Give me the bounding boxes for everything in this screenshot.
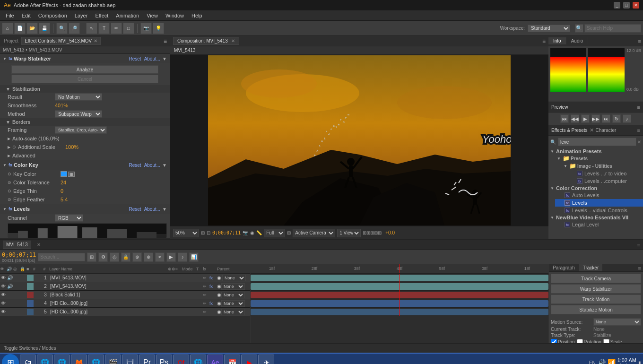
comp-tab-close[interactable]: ✕	[231, 38, 235, 43]
timeline-tab[interactable]: MVI_5413	[3, 241, 31, 249]
l1-fx[interactable]: fx	[209, 276, 217, 280]
l3-vis[interactable]: 👁	[0, 292, 7, 297]
tray-audio[interactable]: 🔊	[598, 359, 606, 364]
tab-close-icon[interactable]: ✕	[94, 38, 97, 43]
menu-animation[interactable]: Animation	[112, 12, 143, 19]
track-2[interactable]	[251, 282, 548, 291]
toggle-switches-bar[interactable]: Toggle Switches / Modes	[0, 343, 643, 353]
toggle-switches-label[interactable]: Toggle Switches / Modes	[4, 346, 56, 351]
tool-camera[interactable]: 📷	[140, 23, 152, 34]
layer-5[interactable]: 👁 5 [HD Clo...000.jpg] ✏ ◉ None	[0, 308, 250, 316]
prev-play-button[interactable]: ▶	[581, 114, 590, 123]
color-key-about[interactable]: About...	[144, 163, 160, 168]
l4-fx[interactable]: fx	[209, 301, 217, 306]
levels-header[interactable]: ▼ fx Levels Reset About... ▼	[0, 204, 170, 214]
menu-window[interactable]: Window	[162, 12, 188, 19]
audio-tab[interactable]: Audio	[566, 37, 589, 44]
timeline-timecode[interactable]: 0;00;07;11	[2, 251, 36, 258]
prev-forward-button[interactable]: ▶▶	[591, 114, 600, 123]
view-count-dropdown[interactable]: 1 View	[337, 229, 361, 237]
tool-text[interactable]: T	[98, 23, 110, 34]
taskbar-app1[interactable]: 🎬	[105, 355, 121, 364]
color-key-reset[interactable]: Reset	[129, 163, 141, 168]
timeline-search[interactable]	[38, 253, 85, 261]
tl-btn-solo[interactable]: ◎	[110, 252, 119, 262]
l2-audio[interactable]: 🔊	[7, 284, 13, 289]
levels-item[interactable]: fx Levels	[555, 199, 643, 207]
menu-layer[interactable]: Layer	[71, 12, 92, 19]
composition-viewport[interactable]: YoohoO! YoohoO!	[170, 55, 548, 226]
tool-search[interactable]: 🔍	[56, 23, 68, 34]
menu-help[interactable]: Help	[188, 12, 206, 19]
tl-btn-chart[interactable]: 📊	[189, 252, 199, 262]
prev-back-button[interactable]: ◀◀	[571, 114, 579, 123]
additional-scale-value[interactable]: 100%	[65, 144, 78, 150]
track-1[interactable]	[251, 274, 548, 282]
info-panel-menu[interactable]: ≡	[636, 38, 643, 44]
character-tab[interactable]: Character	[596, 128, 617, 133]
warp-stabilizer-reset[interactable]: Reset	[129, 56, 141, 61]
prev-audio-button[interactable]: ♪	[623, 114, 631, 123]
levels-reset[interactable]: Reset	[129, 207, 141, 212]
auto-levels-item[interactable]: fx Auto Levels	[555, 191, 643, 199]
tool-save[interactable]: 💾	[39, 23, 50, 34]
result-dropdown[interactable]: No Motion	[55, 93, 102, 101]
tool-light[interactable]: 💡	[153, 23, 164, 34]
minimize-button[interactable]: _	[614, 2, 620, 9]
track-3[interactable]	[251, 291, 548, 299]
camera-dropdown[interactable]: Active Camera	[293, 229, 335, 237]
timeline-tracks[interactable]: 18f 28f 38f 48f 58f 08f 18f	[251, 264, 548, 343]
comp-timecode[interactable]: 0;00;07;11	[212, 230, 241, 235]
menu-edit[interactable]: Edit	[18, 12, 35, 19]
anim-presets-expand[interactable]: ▼	[550, 149, 554, 154]
rotation-checkbox[interactable]	[577, 339, 583, 343]
levels-menu[interactable]: ▼	[162, 207, 167, 212]
effects-search-clear[interactable]: ✕	[637, 139, 641, 145]
maximize-button[interactable]: □	[623, 2, 630, 9]
tool-select[interactable]: ↖	[86, 23, 97, 34]
warp-stabilizer-menu[interactable]: ▼	[162, 56, 167, 61]
channel-dropdown[interactable]: RGB	[55, 214, 83, 222]
color-correction-group[interactable]: ▼ Color Correction	[548, 185, 643, 191]
project-tab[interactable]: Project	[1, 38, 21, 43]
layer-1[interactable]: 👁 🔊 1 [MVI_5413.MOV] ✏ fx ◉ None	[0, 274, 250, 282]
advanced-expand[interactable]: ▶	[8, 154, 10, 158]
tool-shape[interactable]: □	[123, 23, 134, 34]
warp-stabilizer-about[interactable]: About...	[144, 56, 160, 61]
method-dropdown[interactable]: Subspace Warp	[55, 110, 102, 118]
tl-btn-audio[interactable]: ♪	[178, 252, 187, 262]
l4-pen[interactable]: ✏	[203, 301, 209, 306]
scale-checkbox[interactable]	[603, 339, 609, 343]
taskbar-app2[interactable]: 🎞	[122, 355, 138, 364]
l4-vis[interactable]: 👁	[0, 301, 7, 306]
l1-pen[interactable]: ✏	[203, 276, 209, 280]
effects-menu[interactable]: ≡	[637, 128, 640, 133]
key-color-picker[interactable]: ▦	[68, 172, 75, 177]
timeline-tab-close[interactable]: ✕	[37, 242, 41, 247]
effect-controls-tab[interactable]: Effect Controls: MVI_5413.MOV ✕	[21, 37, 101, 45]
prev-first-button[interactable]: ⏮	[560, 114, 569, 123]
layer-2[interactable]: 👁 🔊 2 [MVI_5413.MOV] ✏ fx ◉ None	[0, 282, 250, 291]
tray-network[interactable]: 📶	[608, 359, 616, 364]
borders-header[interactable]: ▼ Borders	[0, 118, 170, 126]
effects-tree[interactable]: ▼ Animation Presets ▼ 📁 Presets ▼ 📁 Imag…	[548, 148, 643, 239]
l3-parent-select[interactable]: None	[221, 292, 245, 298]
tracker-tab[interactable]: Tracker	[579, 264, 603, 271]
l1-audio[interactable]: 🔊	[7, 275, 13, 280]
presets-folder[interactable]: ▼ 📁 Presets	[555, 155, 643, 162]
smoothness-value[interactable]: 401%	[55, 103, 68, 108]
tray-show-desktop[interactable]: ▮	[638, 360, 641, 364]
l5-parent-select[interactable]: None	[221, 309, 245, 315]
panel-menu-icon[interactable]: ≡	[162, 38, 169, 44]
taskbar-app3[interactable]: Pr	[139, 355, 155, 364]
taskbar-app5[interactable]: Of	[173, 355, 189, 364]
prev-last-button[interactable]: ⏭	[602, 114, 610, 123]
motion-source-select[interactable]: None	[593, 318, 641, 326]
color-key-menu[interactable]: ▼	[162, 163, 167, 168]
color-key-header[interactable]: ▼ fx Color Key Reset About... ▼	[0, 160, 170, 170]
tl-btn-settings[interactable]: ⚙	[98, 252, 108, 262]
warp-stabilizer-btn[interactable]: Warp Stabilizer	[551, 284, 641, 294]
tl-btn-draft[interactable]: ⊕	[144, 252, 153, 262]
menu-file[interactable]: File	[2, 12, 18, 19]
l2-parent-select[interactable]: None	[221, 283, 245, 290]
